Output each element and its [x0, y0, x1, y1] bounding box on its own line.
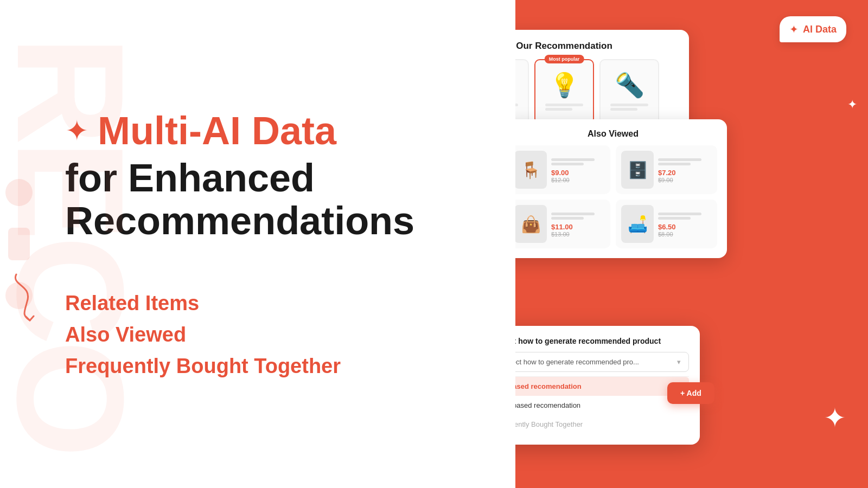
product-img-2: 🗄️: [621, 151, 654, 189]
price-original-1: $12.00: [551, 177, 605, 183]
price-current-1: $9.00: [551, 169, 605, 177]
select-card-title: Select how to generate recommended produ…: [515, 337, 689, 345]
product-img-1: 🪑: [515, 151, 547, 189]
products-row: 🪔 Most popular 💡: [515, 59, 678, 124]
product-thumb-1: 🪔: [515, 59, 529, 124]
chevron-down-icon: ▾: [677, 358, 681, 366]
price-current-2: $7.20: [658, 169, 712, 177]
sparkle-large-icon: ✦: [824, 402, 846, 434]
select-value: Select how to generate recommended pro..…: [515, 358, 639, 366]
product-info-1: $9.00 $12.00: [551, 157, 605, 183]
product-grid: 🪑 $9.00 $12.00 🗄️: [515, 145, 717, 248]
price-current-3: $11.00: [551, 223, 605, 231]
product-img-3: 👜: [515, 205, 547, 243]
product-info-2: $7.20 $9.00: [658, 157, 712, 183]
product-info-4: $6.50 $8.00: [658, 211, 712, 237]
recommendation-title: Our Recommendation: [515, 41, 678, 52]
most-popular-badge: Most popular: [545, 55, 584, 63]
bubble-sparkle: ✦: [789, 23, 799, 36]
left-panel: RECO ✦ Multi-AI Data for Enhanced Recomm…: [0, 0, 515, 488]
product-info-3: $11.00 $13.00: [551, 211, 605, 237]
product-thumb-3: 🔦: [599, 59, 659, 124]
product-img-4: 🛋️: [621, 205, 654, 243]
product-thumb-2: Most popular 💡: [534, 59, 594, 124]
dropdown-item-2[interactable]: Rule-based recomendation: [515, 396, 689, 415]
product-card-1: 🪑 $9.00 $12.00: [515, 145, 610, 194]
dropdown-list: AI-based recomendation Rule-based recome…: [515, 376, 689, 434]
right-panel: ✦ AI Data Our Recommendation 🪔 Most popu…: [515, 0, 868, 488]
product-card-2: 🗄️ $7.20 $9.00: [616, 145, 717, 194]
price-current-4: $6.50: [658, 223, 712, 231]
price-original-2: $9.00: [658, 177, 712, 183]
price-original-4: $8.00: [658, 231, 712, 237]
left-decoration: [0, 0, 38, 488]
product-card-4: 🛋️ $6.50 $8.00: [616, 200, 717, 248]
price-original-3: $13.00: [551, 231, 605, 237]
arrow-decoration: [5, 269, 49, 325]
ai-bubble: ✦ AI Data: [780, 16, 846, 42]
also-viewed-card: Also Viewed 🪑 $9.00 $12.00 🗄️: [515, 119, 727, 258]
select-dropdown[interactable]: Select how to generate recommended pro..…: [515, 352, 689, 372]
dropdown-item-1[interactable]: AI-based recomendation: [515, 377, 689, 396]
product-card-3: 👜 $11.00 $13.00: [515, 200, 610, 248]
also-viewed-title: Also Viewed: [515, 129, 717, 139]
add-button[interactable]: + Add: [667, 382, 714, 404]
ai-bubble-text: AI Data: [803, 24, 837, 35]
sparkle-small-icon: ✦: [847, 98, 857, 112]
dropdown-item-3[interactable]: Frequently Bought Together: [515, 415, 689, 434]
